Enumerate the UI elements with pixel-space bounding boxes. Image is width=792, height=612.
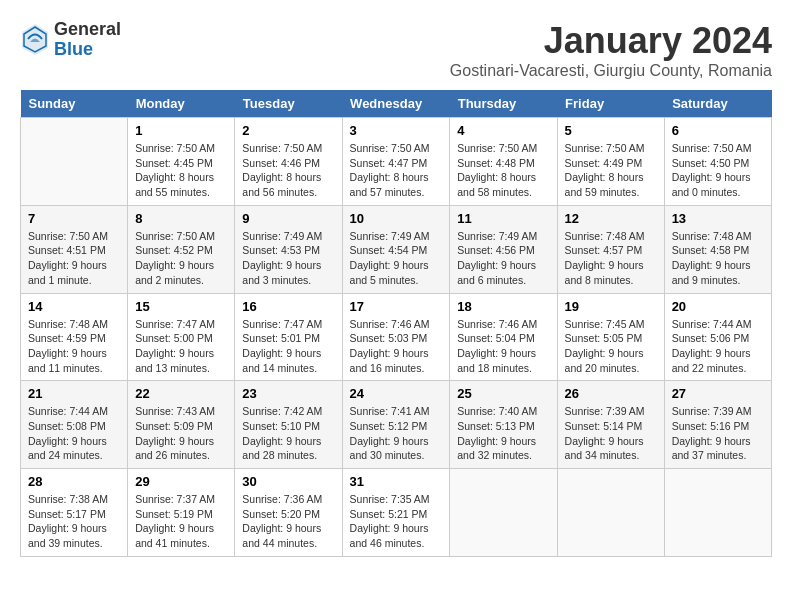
cell-info: Sunrise: 7:41 AM Sunset: 5:12 PM Dayligh… [350, 404, 443, 463]
cell-info: Sunrise: 7:50 AM Sunset: 4:51 PM Dayligh… [28, 229, 120, 288]
col-header-thursday: Thursday [450, 90, 557, 118]
calendar-cell: 24Sunrise: 7:41 AM Sunset: 5:12 PM Dayli… [342, 381, 450, 469]
calendar-cell: 15Sunrise: 7:47 AM Sunset: 5:00 PM Dayli… [128, 293, 235, 381]
cell-info: Sunrise: 7:47 AM Sunset: 5:01 PM Dayligh… [242, 317, 334, 376]
day-number: 6 [672, 123, 764, 138]
calendar-cell: 30Sunrise: 7:36 AM Sunset: 5:20 PM Dayli… [235, 469, 342, 557]
cell-info: Sunrise: 7:44 AM Sunset: 5:06 PM Dayligh… [672, 317, 764, 376]
day-number: 30 [242, 474, 334, 489]
calendar-cell: 10Sunrise: 7:49 AM Sunset: 4:54 PM Dayli… [342, 205, 450, 293]
cell-info: Sunrise: 7:48 AM Sunset: 4:59 PM Dayligh… [28, 317, 120, 376]
day-number: 5 [565, 123, 657, 138]
week-row-3: 14Sunrise: 7:48 AM Sunset: 4:59 PM Dayli… [21, 293, 772, 381]
day-number: 11 [457, 211, 549, 226]
day-number: 13 [672, 211, 764, 226]
calendar-cell: 17Sunrise: 7:46 AM Sunset: 5:03 PM Dayli… [342, 293, 450, 381]
calendar-cell: 28Sunrise: 7:38 AM Sunset: 5:17 PM Dayli… [21, 469, 128, 557]
day-number: 22 [135, 386, 227, 401]
day-number: 29 [135, 474, 227, 489]
day-number: 15 [135, 299, 227, 314]
calendar-cell: 21Sunrise: 7:44 AM Sunset: 5:08 PM Dayli… [21, 381, 128, 469]
day-number: 25 [457, 386, 549, 401]
cell-info: Sunrise: 7:50 AM Sunset: 4:46 PM Dayligh… [242, 141, 334, 200]
day-number: 23 [242, 386, 334, 401]
cell-info: Sunrise: 7:50 AM Sunset: 4:52 PM Dayligh… [135, 229, 227, 288]
calendar-cell: 7Sunrise: 7:50 AM Sunset: 4:51 PM Daylig… [21, 205, 128, 293]
page-header: General Blue January 2024 Gostinari-Vaca… [20, 20, 772, 80]
col-header-tuesday: Tuesday [235, 90, 342, 118]
cell-info: Sunrise: 7:49 AM Sunset: 4:56 PM Dayligh… [457, 229, 549, 288]
cell-info: Sunrise: 7:46 AM Sunset: 5:04 PM Dayligh… [457, 317, 549, 376]
cell-info: Sunrise: 7:44 AM Sunset: 5:08 PM Dayligh… [28, 404, 120, 463]
calendar-cell: 9Sunrise: 7:49 AM Sunset: 4:53 PM Daylig… [235, 205, 342, 293]
day-number: 12 [565, 211, 657, 226]
cell-info: Sunrise: 7:50 AM Sunset: 4:48 PM Dayligh… [457, 141, 549, 200]
cell-info: Sunrise: 7:50 AM Sunset: 4:50 PM Dayligh… [672, 141, 764, 200]
day-number: 18 [457, 299, 549, 314]
calendar-cell: 20Sunrise: 7:44 AM Sunset: 5:06 PM Dayli… [664, 293, 771, 381]
day-number: 14 [28, 299, 120, 314]
cell-info: Sunrise: 7:50 AM Sunset: 4:45 PM Dayligh… [135, 141, 227, 200]
day-number: 27 [672, 386, 764, 401]
title-section: January 2024 Gostinari-Vacaresti, Giurgi… [450, 20, 772, 80]
logo-icon [20, 22, 50, 57]
calendar-cell: 12Sunrise: 7:48 AM Sunset: 4:57 PM Dayli… [557, 205, 664, 293]
calendar-cell: 29Sunrise: 7:37 AM Sunset: 5:19 PM Dayli… [128, 469, 235, 557]
calendar-cell [664, 469, 771, 557]
col-header-sunday: Sunday [21, 90, 128, 118]
calendar-cell [450, 469, 557, 557]
calendar-cell: 11Sunrise: 7:49 AM Sunset: 4:56 PM Dayli… [450, 205, 557, 293]
day-number: 24 [350, 386, 443, 401]
cell-info: Sunrise: 7:49 AM Sunset: 4:53 PM Dayligh… [242, 229, 334, 288]
cell-info: Sunrise: 7:43 AM Sunset: 5:09 PM Dayligh… [135, 404, 227, 463]
cell-info: Sunrise: 7:39 AM Sunset: 5:14 PM Dayligh… [565, 404, 657, 463]
calendar-cell: 5Sunrise: 7:50 AM Sunset: 4:49 PM Daylig… [557, 118, 664, 206]
cell-info: Sunrise: 7:48 AM Sunset: 4:58 PM Dayligh… [672, 229, 764, 288]
calendar-cell: 16Sunrise: 7:47 AM Sunset: 5:01 PM Dayli… [235, 293, 342, 381]
cell-info: Sunrise: 7:42 AM Sunset: 5:10 PM Dayligh… [242, 404, 334, 463]
cell-info: Sunrise: 7:36 AM Sunset: 5:20 PM Dayligh… [242, 492, 334, 551]
week-row-5: 28Sunrise: 7:38 AM Sunset: 5:17 PM Dayli… [21, 469, 772, 557]
col-header-wednesday: Wednesday [342, 90, 450, 118]
logo: General Blue [20, 20, 121, 60]
header-row: SundayMondayTuesdayWednesdayThursdayFrid… [21, 90, 772, 118]
calendar-cell: 27Sunrise: 7:39 AM Sunset: 5:16 PM Dayli… [664, 381, 771, 469]
col-header-monday: Monday [128, 90, 235, 118]
col-header-saturday: Saturday [664, 90, 771, 118]
cell-info: Sunrise: 7:35 AM Sunset: 5:21 PM Dayligh… [350, 492, 443, 551]
cell-info: Sunrise: 7:45 AM Sunset: 5:05 PM Dayligh… [565, 317, 657, 376]
subtitle: Gostinari-Vacaresti, Giurgiu County, Rom… [450, 62, 772, 80]
day-number: 19 [565, 299, 657, 314]
calendar-cell: 22Sunrise: 7:43 AM Sunset: 5:09 PM Dayli… [128, 381, 235, 469]
calendar-cell [557, 469, 664, 557]
cell-info: Sunrise: 7:47 AM Sunset: 5:00 PM Dayligh… [135, 317, 227, 376]
day-number: 1 [135, 123, 227, 138]
day-number: 3 [350, 123, 443, 138]
calendar-cell: 18Sunrise: 7:46 AM Sunset: 5:04 PM Dayli… [450, 293, 557, 381]
week-row-4: 21Sunrise: 7:44 AM Sunset: 5:08 PM Dayli… [21, 381, 772, 469]
col-header-friday: Friday [557, 90, 664, 118]
cell-info: Sunrise: 7:50 AM Sunset: 4:47 PM Dayligh… [350, 141, 443, 200]
calendar-cell: 19Sunrise: 7:45 AM Sunset: 5:05 PM Dayli… [557, 293, 664, 381]
cell-info: Sunrise: 7:40 AM Sunset: 5:13 PM Dayligh… [457, 404, 549, 463]
calendar-cell [21, 118, 128, 206]
cell-info: Sunrise: 7:39 AM Sunset: 5:16 PM Dayligh… [672, 404, 764, 463]
day-number: 16 [242, 299, 334, 314]
day-number: 31 [350, 474, 443, 489]
cell-info: Sunrise: 7:46 AM Sunset: 5:03 PM Dayligh… [350, 317, 443, 376]
calendar-cell: 14Sunrise: 7:48 AM Sunset: 4:59 PM Dayli… [21, 293, 128, 381]
day-number: 9 [242, 211, 334, 226]
day-number: 21 [28, 386, 120, 401]
calendar-cell: 6Sunrise: 7:50 AM Sunset: 4:50 PM Daylig… [664, 118, 771, 206]
logo-general: General [54, 20, 121, 40]
week-row-2: 7Sunrise: 7:50 AM Sunset: 4:51 PM Daylig… [21, 205, 772, 293]
main-title: January 2024 [450, 20, 772, 62]
calendar-cell: 4Sunrise: 7:50 AM Sunset: 4:48 PM Daylig… [450, 118, 557, 206]
calendar-cell: 25Sunrise: 7:40 AM Sunset: 5:13 PM Dayli… [450, 381, 557, 469]
day-number: 7 [28, 211, 120, 226]
calendar-cell: 13Sunrise: 7:48 AM Sunset: 4:58 PM Dayli… [664, 205, 771, 293]
cell-info: Sunrise: 7:37 AM Sunset: 5:19 PM Dayligh… [135, 492, 227, 551]
day-number: 2 [242, 123, 334, 138]
calendar-table: SundayMondayTuesdayWednesdayThursdayFrid… [20, 90, 772, 557]
calendar-cell: 1Sunrise: 7:50 AM Sunset: 4:45 PM Daylig… [128, 118, 235, 206]
